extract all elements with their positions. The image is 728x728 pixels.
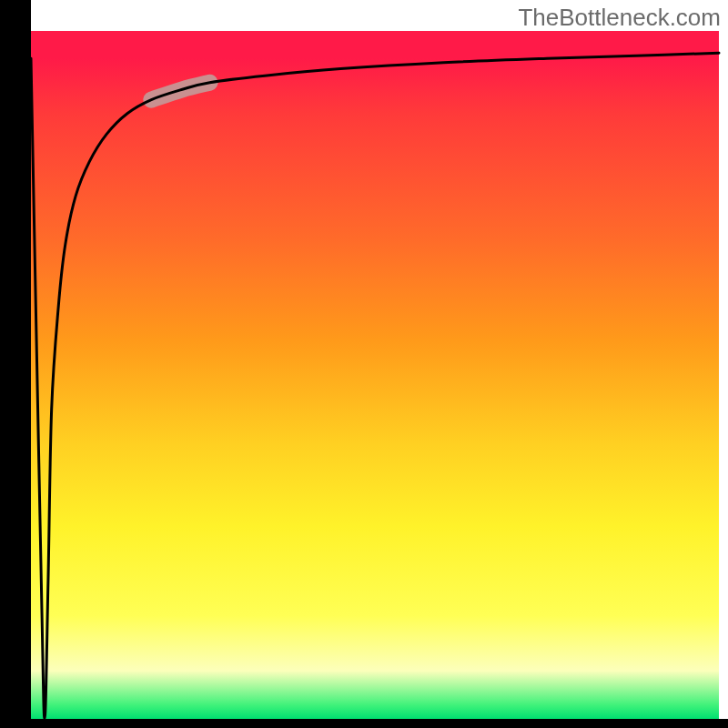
watermark-text: TheBottleneck.com [518, 4, 721, 32]
y-axis [0, 0, 31, 719]
chart-plot-area [31, 31, 719, 719]
x-axis [0, 719, 728, 728]
chart-container: TheBottleneck.com [0, 0, 728, 728]
